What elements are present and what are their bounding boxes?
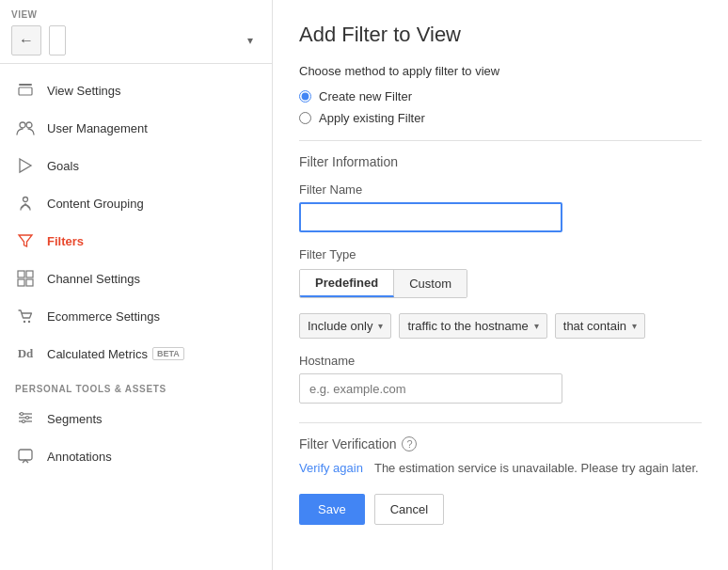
view-label: VIEW [11,9,261,20]
verify-again-link[interactable]: Verify again [299,461,363,475]
sidebar-item-annotations[interactable]: Annotations [0,437,272,475]
svg-point-16 [26,417,29,420]
ecommerce-settings-label: Ecommerce Settings [47,309,160,324]
filter-dropdowns: Include only ▾ traffic to the hostname ▾… [299,313,702,339]
view-select[interactable] [49,25,66,55]
ecommerce-settings-icon [15,306,36,326]
apply-existing-label: Apply existing Filter [319,111,425,125]
create-new-radio[interactable] [299,90,311,103]
goals-icon [15,155,36,176]
filters-icon [15,230,36,251]
hostname-label: Hostname [299,354,702,368]
svg-point-5 [24,198,28,202]
save-button[interactable]: Save [299,494,365,525]
filter-type-label: Filter Type [299,247,702,261]
svg-rect-7 [26,271,33,277]
annotations-label: Annotations [47,450,112,464]
apply-existing-radio[interactable] [299,112,311,124]
filter-name-input[interactable] [299,202,562,232]
svg-rect-0 [19,84,32,86]
svg-rect-1 [19,87,32,95]
svg-point-3 [26,122,32,128]
page-title: Add Filter to View [299,23,702,47]
sidebar-item-filters[interactable]: Filters [0,222,272,260]
svg-point-2 [20,122,25,128]
verification-message: The estimation service is unavailable. P… [374,461,699,475]
svg-point-10 [24,321,25,323]
calculated-metrics-label: Calculated Metrics [47,347,148,361]
segments-icon [15,408,36,429]
verification-row: Verify again The estimation service is u… [299,461,702,475]
apply-existing-filter-option[interactable]: Apply existing Filter [299,111,702,125]
that-contain-dropdown[interactable]: that contain ▾ [555,313,645,339]
back-icon: ← [19,32,34,49]
calculated-metrics-badge: BETA [152,347,184,360]
view-select-wrapper: ← [11,25,261,55]
choose-method-label: Choose method to apply filter to view [299,64,702,78]
sidebar-item-view-settings[interactable]: View Settings [0,71,272,109]
svg-point-15 [21,413,24,416]
include-only-arrow-icon: ▾ [378,321,383,331]
svg-point-11 [28,321,30,323]
channel-settings-label: Channel Settings [47,272,140,286]
action-buttons: Save Cancel [299,494,702,525]
sidebar-item-content-grouping[interactable]: Content Grouping [0,184,272,222]
verification-section: Filter Verification ? Verify again The e… [299,422,702,475]
sidebar-item-channel-settings[interactable]: Channel Settings [0,260,272,297]
svg-rect-9 [26,279,33,286]
svg-rect-6 [18,271,24,277]
segments-label: Segments [47,412,103,426]
traffic-hostname-arrow-icon: ▾ [534,321,539,331]
sidebar-nav: View Settings User Management Goals Cont… [0,64,272,570]
view-settings-icon [15,80,36,101]
create-new-label: Create new Filter [319,89,412,103]
traffic-hostname-label: traffic to the hostname [407,319,528,333]
view-select-container [49,25,261,55]
user-management-icon [15,118,36,138]
cancel-button[interactable]: Cancel [374,494,444,525]
sidebar-item-calculated-metrics[interactable]: Dd Calculated Metrics BETA [0,335,272,372]
include-only-dropdown[interactable]: Include only ▾ [299,313,391,339]
content-grouping-icon [15,193,36,214]
main-content: Add Filter to View Choose method to appl… [273,0,728,570]
sidebar: VIEW ← View Settings User Manageme [0,0,273,570]
filters-label: Filters [47,234,84,248]
back-button[interactable]: ← [11,25,41,55]
sidebar-item-ecommerce-settings[interactable]: Ecommerce Settings [0,297,272,335]
user-management-label: User Management [47,121,148,135]
tab-predefined[interactable]: Predefined [300,270,394,297]
filter-name-label: Filter Name [299,182,702,197]
channel-settings-icon [15,268,36,289]
filter-method-radio-group: Create new Filter Apply existing Filter [299,89,702,125]
calculated-metrics-icon: Dd [15,343,36,364]
view-settings-label: View Settings [47,84,121,98]
include-only-label: Include only [308,319,372,333]
hostname-section: Hostname [299,354,702,404]
goals-label: Goals [47,159,79,173]
annotations-icon [15,446,36,467]
svg-rect-8 [18,279,24,286]
hostname-input[interactable] [299,373,562,404]
filter-info-title: Filter Information [299,154,702,169]
filter-verification-title: Filter Verification ? [299,436,702,451]
svg-point-17 [23,420,25,423]
content-grouping-label: Content Grouping [47,197,144,211]
that-contain-arrow-icon: ▾ [632,321,637,331]
sidebar-item-user-management[interactable]: User Management [0,109,272,147]
sidebar-item-segments[interactable]: Segments [0,400,272,437]
traffic-hostname-dropdown[interactable]: traffic to the hostname ▾ [399,313,546,339]
create-new-filter-option[interactable]: Create new Filter [299,89,702,103]
tab-custom[interactable]: Custom [394,270,467,297]
sidebar-item-goals[interactable]: Goals [0,147,272,184]
personal-tools-label: PERSONAL TOOLS & ASSETS [0,372,272,400]
help-icon[interactable]: ? [402,436,417,451]
svg-marker-4 [20,159,31,172]
svg-rect-18 [19,450,32,460]
filter-type-section: Filter Type Predefined Custom [299,247,702,298]
filter-info-section: Filter Information Filter Name Filter Ty… [299,140,702,404]
filter-type-tabs: Predefined Custom [299,269,467,298]
sidebar-top: VIEW ← [0,0,272,64]
filter-verification-label: Filter Verification [299,436,396,451]
that-contain-label: that contain [563,319,626,333]
